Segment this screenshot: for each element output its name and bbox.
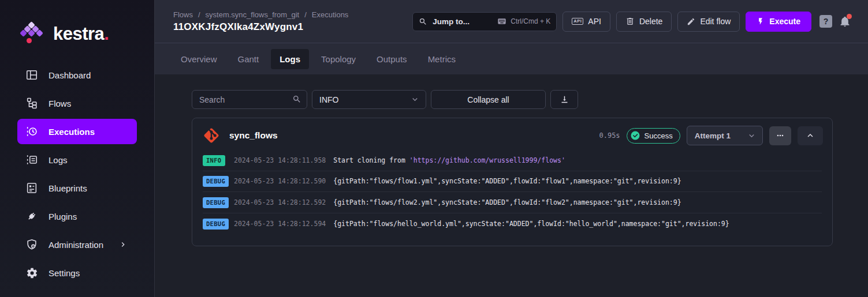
task-name: sync_flows [229,130,278,141]
jump-to-shortcut: Ctrl/Cmd + K [511,17,550,25]
sidebar-item-label: Settings [49,268,80,278]
dashboard-icon [25,69,38,81]
page-title: 11OXKJfzQXlka4ZxWygnv1 [173,21,348,33]
sidebar-item-blueprints[interactable]: Blueprints [17,175,137,201]
execute-button[interactable]: Execute [746,12,811,32]
lightning-icon [757,17,765,25]
notification-dot [847,14,852,19]
administration-icon [25,238,38,251]
log-timestamp: 2024-05-23 14:28:12.594 [234,220,326,228]
log-row: DEBUG 2024-05-23 14:28:12.594 {gitPath:"… [203,213,822,235]
tab-overview[interactable]: Overview [172,49,226,69]
sidebar-item-settings[interactable]: Settings [17,260,137,285]
log-level-select[interactable]: INFO [312,90,426,109]
sidebar: kestra. Dashboard Flows Executions [0,0,155,297]
task-log-card: sync_flows 0.95s Success Attempt 1 [192,118,833,246]
collapse-all-button[interactable]: Collapse all [431,90,546,109]
log-rows: INFO 2024-05-23 14:28:11.958 Start cloni… [192,149,832,246]
execution-tabs: Overview Gantt Logs Topology Outputs Met… [155,43,868,74]
sidebar-item-flows[interactable]: Flows [17,91,137,116]
sidebar-item-administration[interactable]: Administration [17,232,137,257]
trash-icon [625,17,635,26]
sidebar-item-plugins[interactable]: Plugins [17,204,137,229]
log-level-badge: DEBUG [203,219,229,230]
log-message: {gitPath:"flows/hello_world.yml",syncSta… [333,220,729,228]
notifications-button[interactable] [839,16,851,27]
tab-outputs[interactable]: Outputs [368,49,416,69]
chevron-right-icon [118,240,128,249]
tab-metrics[interactable]: Metrics [419,49,464,69]
sidebar-item-label: Blueprints [49,183,87,193]
task-header: sync_flows 0.95s Success Attempt 1 [192,118,832,149]
sidebar-item-label: Dashboard [49,70,91,80]
edit-flow-button[interactable]: Edit flow [677,12,740,32]
blueprints-icon [25,182,38,194]
breadcrumb-title-block: Flows / system.sync_flows_from_git / Exe… [173,10,348,33]
collapse-task-button[interactable] [798,126,823,145]
sidebar-nav: Dashboard Flows Executions Logs [0,48,154,288]
attempt-value: Attempt 1 [695,131,731,140]
delete-button[interactable]: Delete [616,12,672,32]
api-button[interactable]: API API [562,12,610,32]
log-filters: INFO Collapse all [192,90,833,109]
log-message: {gitPath:"flows/flow2.yml",syncState:"AD… [333,198,681,206]
search-field [192,90,307,109]
log-row: DEBUG 2024-05-23 14:28:12.592 {gitPath:"… [203,192,822,213]
task-duration: 0.95s [599,131,620,140]
main-area: Flows / system.sync_flows_from_git / Exe… [155,0,868,297]
pencil-icon [687,17,695,26]
executions-icon [25,125,38,138]
search-input[interactable] [192,90,307,109]
more-options-button[interactable] [769,126,791,145]
dots-horizontal-icon [776,131,785,140]
breadcrumb-executions[interactable]: Executions [312,10,349,19]
help-button[interactable]: ? [819,15,832,28]
sidebar-item-label: Logs [49,155,68,165]
keyboard-icon [497,17,506,26]
log-level-badge: DEBUG [203,197,229,208]
sidebar-item-label: Executions [49,127,95,137]
jump-to-search[interactable]: Jump to... Ctrl/Cmd + K [412,12,557,31]
sidebar-item-label: Administration [49,240,103,250]
settings-icon [25,266,38,279]
log-row: DEBUG 2024-05-23 14:28:12.590 {gitPath:"… [203,171,822,193]
download-logs-button[interactable] [550,90,578,109]
jump-to-label: Jump to... [433,17,470,26]
log-row: INFO 2024-05-23 14:28:11.958 Start cloni… [203,150,822,171]
sidebar-item-executions[interactable]: Executions [17,119,137,144]
kestra-logo[interactable]: kestra. [0,0,154,48]
status-label: Success [645,131,673,140]
log-timestamp: 2024-05-23 14:28:12.592 [234,198,326,206]
kestra-logo-text: kestra. [53,24,109,44]
log-message: Start cloning from 'https://github.com/w… [333,156,565,164]
tab-topology[interactable]: Topology [312,49,364,69]
app-root: kestra. Dashboard Flows Executions [0,0,868,297]
tab-gantt[interactable]: Gantt [229,49,268,69]
search-icon [419,17,427,26]
chevron-down-icon [410,95,420,104]
kestra-logo-icon [22,22,45,46]
attempt-select[interactable]: Attempt 1 [687,126,763,145]
log-message-link[interactable]: 'https://github.com/wrussell1999/flows' [409,156,565,164]
log-level-badge: INFO [203,155,225,166]
sidebar-item-logs[interactable]: Logs [17,147,137,172]
log-timestamp: 2024-05-23 14:28:11.958 [234,156,326,164]
status-badge: Success [627,128,680,144]
sidebar-item-label: Flows [49,99,71,108]
sidebar-item-label: Plugins [49,212,77,221]
log-message: {gitPath:"flows/flow1.yml",syncState:"AD… [333,177,681,185]
breadcrumb-namespace[interactable]: system.sync_flows_from_git [206,10,300,19]
tab-logs[interactable]: Logs [271,49,309,69]
topbar: Flows / system.sync_flows_from_git / Exe… [155,0,868,43]
git-icon [203,127,220,144]
chevron-down-icon [747,131,757,141]
check-circle-icon [630,130,640,141]
chevron-up-icon [805,130,815,141]
api-icon: API [572,18,583,25]
logs-icon [25,153,38,166]
download-icon [560,95,569,104]
log-level-value: INFO [319,95,338,104]
sidebar-item-dashboard[interactable]: Dashboard [17,62,137,88]
breadcrumb-flows[interactable]: Flows [173,10,193,19]
log-level-badge: DEBUG [203,176,229,187]
